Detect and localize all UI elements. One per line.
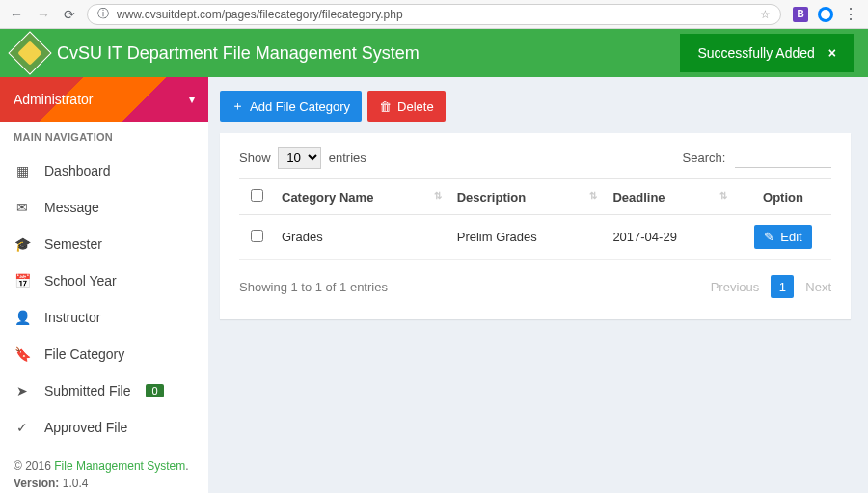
search-label: Search: [683, 151, 726, 165]
column-description[interactable]: Description [449, 179, 606, 215]
select-all-checkbox[interactable] [251, 189, 263, 202]
column-option: Option [735, 179, 831, 215]
sidebar-item-instructor[interactable]: 👤 Instructor [0, 299, 208, 336]
browser-nav: ← → ⟳ [10, 7, 75, 22]
sidebar-item-label: Dashboard [44, 163, 111, 178]
pagination: Previous 1 Next [711, 275, 831, 298]
row-checkbox[interactable] [251, 230, 263, 242]
pencil-icon: ✎ [764, 230, 774, 244]
add-button-label: Add File Category [250, 99, 350, 114]
extension-bootstrap-icon[interactable]: B [793, 7, 808, 22]
search-control: Search: [683, 149, 831, 168]
sidebar-item-file-category[interactable]: 🔖 File Category [0, 336, 208, 372]
entries-label: entries [329, 151, 366, 165]
dashboard-icon: ▦ [14, 163, 31, 178]
plus-icon: ＋ [231, 97, 244, 115]
forward-button: → [37, 7, 50, 22]
sidebar-item-semester[interactable]: 🎓 Semester [0, 226, 208, 262]
file-category-table: Category Name Description Deadline Optio… [239, 178, 831, 260]
app-title: CvSU IT Department File Management Syste… [57, 43, 420, 64]
sidebar-item-label: Semester [44, 236, 102, 252]
back-button[interactable]: ← [10, 7, 23, 22]
submitted-file-badge: 0 [146, 384, 163, 397]
browser-extensions: B ⋮ [793, 7, 858, 22]
layout-container: Administrator ▾ MAIN NAVIGATION ▦ Dashbo… [0, 77, 868, 493]
edit-button-label: Edit [780, 230, 801, 244]
entries-select[interactable]: 10 [278, 147, 321, 169]
sidebar-footer: © 2016 File Management System. Version: … [0, 446, 208, 493]
person-icon: 👤 [14, 310, 31, 325]
url-bar[interactable]: ⓘ www.cvsuitdept.com/pages/filecategory/… [87, 4, 781, 25]
sidebar-user-panel[interactable]: Administrator ▾ [0, 77, 208, 122]
toast-message: Successfully Added [697, 45, 814, 61]
cell-deadline: 2017-04-29 [605, 215, 735, 260]
delete-button[interactable]: 🗑 Delete [367, 91, 446, 122]
sidebar-item-label: Message [44, 200, 99, 215]
table-footer: Showing 1 to 1 of 1 entries Previous 1 N… [239, 275, 831, 298]
sidebar-item-dashboard[interactable]: ▦ Dashboard [0, 152, 208, 189]
chevron-down-icon: ▾ [189, 93, 195, 106]
search-input[interactable] [735, 149, 831, 168]
sidebar: Administrator ▾ MAIN NAVIGATION ▦ Dashbo… [0, 77, 208, 493]
bookmark-star-icon[interactable]: ☆ [760, 8, 771, 21]
column-category-name[interactable]: Category Name [274, 179, 449, 215]
message-icon: ✉ [14, 200, 31, 215]
reload-button[interactable]: ⟳ [64, 7, 75, 22]
main-content: ＋ Add File Category 🗑 Delete Show 10 ent… [208, 77, 868, 493]
sidebar-item-label: Submitted File [44, 383, 130, 398]
sidebar-item-label: File Category [44, 346, 124, 362]
delete-button-label: Delete [397, 99, 434, 114]
sidebar-item-label: School Year [44, 273, 117, 288]
cell-description: Prelim Grades [449, 215, 606, 260]
footer-prefix: © 2016 [14, 459, 54, 473]
extension-messenger-icon[interactable] [818, 7, 833, 22]
pager-next: Next [805, 280, 831, 294]
app-header: CvSU IT Department File Management Syste… [0, 29, 868, 77]
app-logo-icon [8, 31, 51, 74]
sidebar-user-label: Administrator [14, 92, 93, 107]
version-label: Version: [14, 477, 59, 490]
check-icon: ✓ [14, 420, 31, 435]
column-deadline[interactable]: Deadline [605, 179, 735, 215]
browser-menu-icon[interactable]: ⋮ [843, 7, 858, 22]
footer-link[interactable]: File Management System [54, 459, 185, 473]
sidebar-nav-list: ▦ Dashboard ✉ Message 🎓 Semester 📅 Schoo… [0, 152, 208, 446]
edit-button[interactable]: ✎ Edit [754, 225, 811, 249]
table-card: Show 10 entries Search: [220, 133, 851, 319]
browser-chrome: ← → ⟳ ⓘ www.cvsuitdept.com/pages/filecat… [0, 0, 868, 29]
footer-suffix: . [185, 459, 188, 473]
sidebar-item-school-year[interactable]: 📅 School Year [0, 262, 208, 299]
toast-success: Successfully Added × [680, 34, 854, 72]
table-info: Showing 1 to 1 of 1 entries [239, 280, 388, 294]
toast-close-icon[interactable]: × [828, 45, 836, 61]
sidebar-item-submitted-file[interactable]: ➤ Submitted File 0 [0, 372, 208, 409]
pager-prev: Previous [711, 280, 760, 294]
table-controls: Show 10 entries Search: [239, 147, 831, 169]
sidebar-item-label: Instructor [44, 310, 100, 325]
entries-per-page: Show 10 entries [239, 147, 366, 169]
url-text: www.cvsuitdept.com/pages/filecategory/fi… [117, 8, 403, 21]
action-bar: ＋ Add File Category 🗑 Delete [220, 91, 851, 122]
send-icon: ➤ [14, 383, 31, 398]
add-file-category-button[interactable]: ＋ Add File Category [220, 91, 362, 122]
site-info-icon[interactable]: ⓘ [97, 6, 109, 22]
trash-icon: 🗑 [379, 99, 392, 114]
sidebar-item-approved-file[interactable]: ✓ Approved File [0, 409, 208, 446]
calendar-icon: 📅 [14, 273, 31, 288]
version-value: 1.0.4 [63, 477, 89, 490]
bookmark-icon: 🔖 [14, 346, 31, 362]
sidebar-item-label: Approved File [44, 420, 127, 435]
cell-category: Grades [274, 215, 449, 260]
column-select-all [239, 179, 274, 215]
show-label: Show [239, 151, 271, 165]
sidebar-nav-header: MAIN NAVIGATION [0, 122, 208, 152]
sidebar-item-message[interactable]: ✉ Message [0, 189, 208, 226]
semester-icon: 🎓 [14, 236, 31, 252]
pager-page-1[interactable]: 1 [771, 275, 794, 298]
table-row: Grades Prelim Grades 2017-04-29 ✎ Edit [239, 215, 831, 260]
